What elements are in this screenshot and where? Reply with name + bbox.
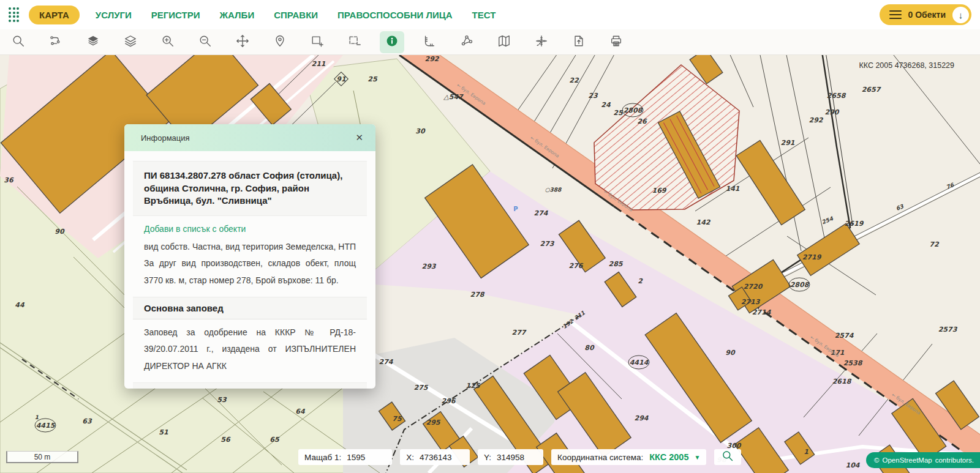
route-icon (49, 34, 62, 50)
svg-text:1: 1 (35, 414, 39, 420)
scale-label: Мащаб 1: (304, 453, 341, 462)
folded-map-icon (497, 34, 511, 50)
svg-text:2808: 2808 (624, 106, 643, 114)
svg-text:2618: 2618 (832, 378, 852, 385)
download-objects-button[interactable]: ↓ (952, 7, 969, 23)
coordinate-axes-icon (535, 34, 548, 50)
crs-selected-value[interactable]: ККС 2005 (649, 452, 688, 462)
svg-text:141: 141 (726, 185, 740, 193)
add-to-objects-link[interactable]: Добави в списък с обекти (144, 224, 356, 234)
svg-text:4415: 4415 (36, 422, 56, 430)
top-navigation: КАРТА УСЛУГИ РЕГИСТРИ ЖАЛБИ СПРАВКИ ПРАВ… (0, 0, 980, 29)
scale-input[interactable] (347, 453, 386, 462)
x-input[interactable] (420, 453, 464, 462)
pan-tool-button[interactable] (230, 31, 255, 53)
zoom-out-tool-button[interactable] (193, 31, 217, 53)
coordinates-tool-button[interactable] (529, 31, 554, 53)
select-subtract-tool-button[interactable] (342, 31, 367, 53)
info-icon (385, 34, 399, 50)
nav-item-test[interactable]: ТЕСТ (472, 10, 496, 20)
svg-text:277: 277 (512, 329, 527, 337)
layers-tool-button[interactable] (81, 31, 105, 53)
svg-text:2719: 2719 (802, 253, 822, 261)
nav-item-karta[interactable]: КАРТА (29, 6, 80, 24)
measure-icon (423, 34, 436, 50)
topology-tool-button[interactable] (454, 31, 479, 53)
print-tool-button[interactable] (604, 31, 628, 53)
select-add-tool-button[interactable] (305, 31, 330, 53)
layers-stack-tool-button[interactable] (118, 31, 143, 53)
measure-tool-button[interactable] (417, 31, 442, 53)
location-tool-button[interactable] (268, 31, 292, 53)
svg-text:P: P (513, 206, 518, 212)
info-tool-button[interactable] (380, 31, 404, 53)
openstreetmap-link[interactable]: OpenStreetMap (883, 456, 932, 464)
svg-text:65: 65 (270, 436, 280, 444)
svg-text:△547: △547 (443, 93, 464, 101)
parcel-details: вид собств. Частна, вид територия Земеде… (144, 239, 356, 289)
copyright-icon: © (874, 456, 879, 464)
export-tool-button[interactable] (567, 31, 591, 53)
nav-item-pravosposobni-lica[interactable]: ПРАВОСПОСОБНИ ЛИЦА (337, 10, 453, 20)
svg-text:30: 30 (415, 127, 426, 135)
svg-text:23: 23 (588, 92, 598, 100)
search-icon (722, 450, 734, 464)
y-input[interactable] (497, 453, 537, 462)
svg-text:36: 36 (4, 176, 14, 184)
coordinate-search-button[interactable] (714, 449, 741, 465)
scale-bar: 50 m (6, 451, 78, 463)
svg-text:63: 63 (82, 417, 92, 425)
chevron-down-icon[interactable]: ▼ (695, 454, 701, 461)
order-text: Заповед за одобрение на КККР № РД-18-39/… (144, 324, 356, 374)
nav-item-registri[interactable]: РЕГИСТРИ (151, 10, 200, 20)
svg-text:26: 26 (637, 117, 647, 125)
map-toolbar (0, 29, 980, 55)
x-label: X: (406, 453, 414, 462)
svg-text:104: 104 (846, 461, 861, 469)
zoom-in-tool-button[interactable] (156, 31, 180, 53)
neighbors-section-title: Съседи (133, 382, 367, 389)
svg-text:211: 211 (312, 60, 326, 68)
svg-text:142: 142 (696, 218, 711, 226)
crs-label: Координатна система: (557, 453, 643, 462)
close-icon[interactable]: ✕ (353, 130, 366, 146)
export-icon (572, 34, 586, 50)
apps-grid-icon[interactable] (9, 7, 19, 22)
objects-list-button[interactable]: 0 Обекти ↓ (880, 4, 971, 25)
x-coordinate-group: X: (400, 449, 470, 465)
svg-text:125: 125 (466, 382, 481, 390)
order-section-title: Основна заповед (133, 297, 367, 319)
svg-text:2713: 2713 (741, 298, 761, 306)
parcel-heading: ПИ 68134.2807.278 област София (столица)… (133, 161, 367, 216)
y-coordinate-group: Y: (478, 449, 543, 465)
svg-text:80: 80 (584, 344, 595, 352)
svg-text:274: 274 (379, 358, 394, 366)
svg-text:2574: 2574 (835, 332, 854, 340)
svg-text:44: 44 (15, 301, 25, 309)
nav-item-uslugi[interactable]: УСЛУГИ (96, 10, 132, 20)
info-popup-header[interactable]: Информация ✕ (124, 124, 375, 151)
svg-text:278: 278 (470, 291, 485, 299)
svg-text:276: 276 (569, 262, 584, 270)
nav-item-spravki[interactable]: СПРАВКИ (274, 10, 318, 20)
svg-text:2658: 2658 (827, 92, 846, 100)
crs-group: Координатна система: ККС 2005 ▼ (551, 449, 706, 465)
zoom-in-icon (161, 34, 175, 50)
svg-text:2714: 2714 (752, 308, 772, 316)
svg-text:2538: 2538 (843, 359, 863, 367)
select-subtract-icon (348, 34, 361, 50)
svg-text:90: 90 (55, 228, 65, 236)
svg-text:273: 273 (540, 240, 555, 248)
map-tool-button[interactable] (492, 31, 516, 53)
select-add-icon (311, 34, 324, 50)
search-tool-button[interactable] (6, 31, 31, 53)
svg-text:274: 274 (534, 209, 549, 217)
route-tool-button[interactable] (43, 31, 68, 53)
nav-item-zhalbi[interactable]: ЖАЛБИ (220, 10, 255, 20)
menu-icon (889, 10, 902, 20)
svg-text:2573: 2573 (938, 326, 958, 333)
svg-text:2720: 2720 (744, 283, 763, 291)
info-popup: Информация ✕ ПИ 68134.2807.278 област Со… (124, 124, 375, 389)
svg-text:296: 296 (442, 397, 456, 405)
pan-icon (236, 34, 249, 50)
